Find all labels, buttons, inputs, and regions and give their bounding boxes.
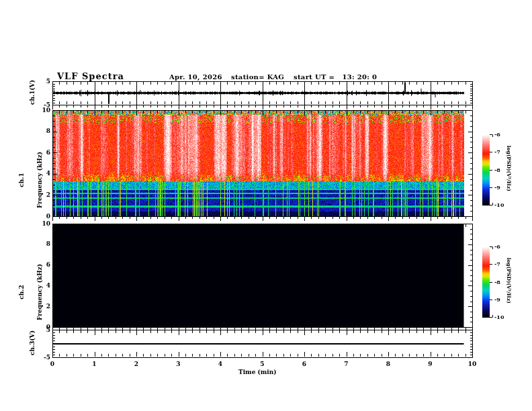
ch1-spec-ytick: 6 (30, 150, 50, 156)
x-tick-label: 5 (253, 361, 273, 367)
x-tick-label: 6 (294, 361, 314, 367)
colorbar1-label: log(PSD)(V²/Hz) (506, 115, 511, 222)
colorbar-tick-label: -6 (494, 244, 500, 249)
vlf-spectra-figure: VLF Spectra Apr. 10, 2026 station= KAG s… (0, 0, 532, 411)
x-tick-label: 9 (420, 361, 441, 367)
x-tick-label: 3 (169, 361, 189, 367)
x-tick-label: 10 (462, 361, 482, 367)
ch2-spec-axis-label-line1: ch.2 (19, 238, 25, 346)
ch1-spec-axis-label-line1: ch.1 (19, 126, 25, 234)
ch1-spec-ytick: 10 (30, 107, 50, 113)
colorbar-tick-label: -9 (494, 297, 500, 302)
x-axis-label: Time (min) (238, 369, 277, 375)
ch2-spec-ytick: 6 (30, 262, 50, 268)
colorbar-tick-label: -7 (494, 149, 500, 154)
header-start-ut: start UT = 13: 20: 0 (294, 74, 377, 81)
plot-canvas (0, 0, 532, 411)
page-title: VLF Spectra (57, 72, 124, 81)
ch1-wave-ytick: 5 (30, 79, 50, 85)
ch2-spec-ytick: 4 (30, 283, 50, 289)
x-tick-label: 7 (337, 361, 357, 367)
colorbar-tick-label: -10 (494, 202, 504, 208)
colorbar-tick-label: -8 (494, 167, 500, 173)
ch3-wave-ytick: -5 (30, 355, 50, 361)
ch3-wave-ytick: 5 (30, 327, 50, 333)
ch1-spec-ytick: 0 (30, 214, 50, 220)
colorbar2-label: log(PSD)(V²/Hz) (506, 227, 511, 334)
colorbar-tick-label: -10 (494, 314, 504, 320)
x-tick-label: 0 (42, 361, 62, 367)
colorbar-tick-label: -6 (494, 132, 500, 137)
colorbar-tick-label: -8 (494, 279, 500, 285)
header-station: station= KAG (231, 74, 284, 81)
x-tick-label: 1 (85, 361, 105, 367)
ch1-spec-ytick: 2 (30, 192, 50, 198)
x-tick-label: 2 (126, 361, 146, 367)
colorbar-tick-label: -9 (494, 185, 500, 190)
ch1-spec-ytick: 4 (30, 171, 50, 177)
x-tick-label: 4 (210, 361, 230, 367)
header-date: Apr. 10, 2026 (169, 74, 222, 81)
x-tick-label: 8 (378, 361, 398, 367)
ch1-spec-ytick: 8 (30, 128, 50, 134)
colorbar-tick-label: -7 (494, 261, 500, 267)
ch2-spec-ytick: 8 (30, 241, 50, 247)
ch2-spec-ytick: 2 (30, 304, 50, 310)
ch2-spec-ytick: 10 (30, 221, 50, 227)
